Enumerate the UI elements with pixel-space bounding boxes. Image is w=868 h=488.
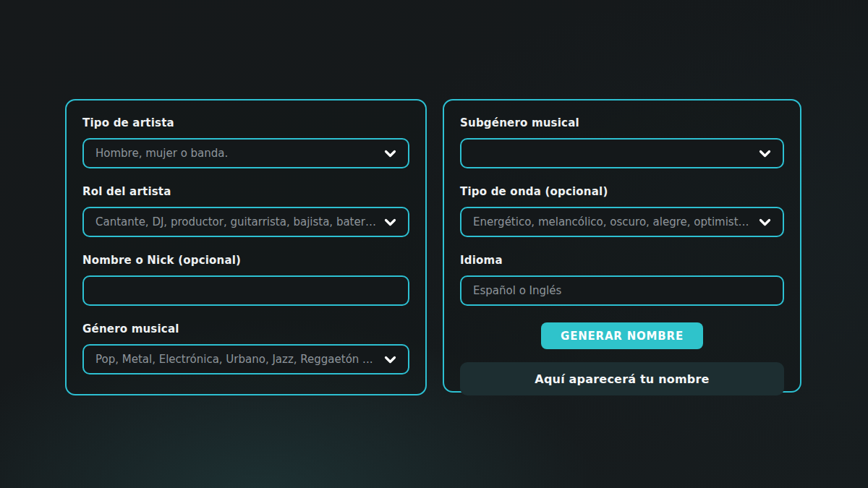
tipo-de-artista-placeholder: Hombre, mujer o banda. — [95, 147, 377, 160]
rol-del-artista-label: Rol del artista — [82, 185, 409, 198]
idioma-label: Idioma — [460, 254, 784, 267]
rol-del-artista-placeholder: Cantante, DJ, productor, guitarrista, ba… — [95, 215, 377, 228]
field-rol-del-artista: Rol del artista Cantante, DJ, productor,… — [82, 185, 409, 237]
field-genero-musical: Género musical Pop, Metal, Electrónica, … — [82, 322, 409, 374]
left-form-panel: Tipo de artista Hombre, mujer o banda. R… — [65, 99, 427, 395]
chevron-down-icon — [384, 218, 396, 226]
artist-name-generator-screen: Tipo de artista Hombre, mujer o banda. R… — [0, 0, 868, 488]
rol-del-artista-select[interactable]: Cantante, DJ, productor, guitarrista, ba… — [82, 207, 409, 237]
generar-nombre-button[interactable]: GENERAR NOMBRE — [541, 322, 703, 349]
tipo-de-onda-select[interactable]: Energético, melancólico, oscuro, alegre,… — [460, 207, 784, 237]
field-tipo-de-onda: Tipo de onda (opcional) Energético, mela… — [460, 185, 784, 237]
chevron-down-icon — [759, 218, 771, 226]
subgenero-musical-select[interactable] — [460, 138, 784, 168]
field-idioma: Idioma — [460, 254, 784, 306]
tipo-de-onda-placeholder: Energético, melancólico, oscuro, alegre,… — [473, 215, 752, 228]
chevron-down-icon — [759, 150, 771, 158]
tipo-de-onda-label: Tipo de onda (opcional) — [460, 185, 784, 198]
nombre-nick-input[interactable] — [82, 275, 409, 306]
tipo-de-artista-select[interactable]: Hombre, mujer o banda. — [82, 138, 409, 168]
form-panels: Tipo de artista Hombre, mujer o banda. R… — [65, 99, 801, 395]
chevron-down-icon — [384, 150, 396, 158]
genero-musical-select[interactable]: Pop, Metal, Electrónica, Urbano, Jazz, R… — [82, 344, 409, 374]
idioma-input[interactable] — [460, 275, 784, 306]
chevron-down-icon — [384, 356, 396, 364]
generate-button-row: GENERAR NOMBRE — [460, 322, 784, 349]
nombre-nick-label: Nombre o Nick (opcional) — [82, 254, 409, 267]
field-tipo-de-artista: Tipo de artista Hombre, mujer o banda. — [82, 116, 409, 168]
field-nombre-nick: Nombre o Nick (opcional) — [82, 254, 409, 306]
subgenero-musical-label: Subgénero musical — [460, 116, 784, 129]
genero-musical-label: Género musical — [82, 322, 409, 335]
genero-musical-placeholder: Pop, Metal, Electrónica, Urbano, Jazz, R… — [95, 353, 377, 366]
right-form-panel: Subgénero musical Tipo de onda (opcional… — [443, 99, 801, 393]
tipo-de-artista-label: Tipo de artista — [82, 116, 409, 129]
generated-name-display: Aquí aparecerá tu nombre — [460, 362, 784, 395]
field-subgenero-musical: Subgénero musical — [460, 116, 784, 168]
